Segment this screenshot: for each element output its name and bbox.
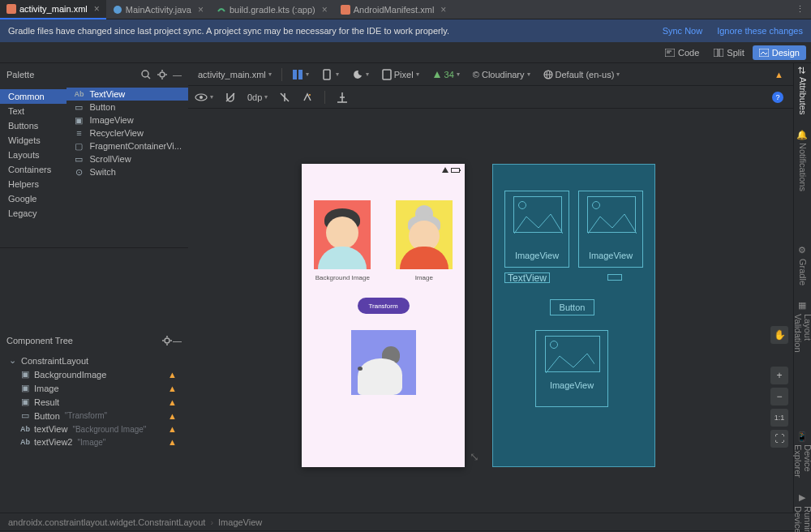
palette-cat-common[interactable]: Common (0, 89, 67, 104)
warning-icon[interactable]: ▲ (168, 397, 177, 407)
warning-icon[interactable]: ▲ (168, 370, 177, 380)
preview-result-image[interactable] (351, 330, 416, 395)
locale-selector[interactable]: Default (en-us)▾ (540, 68, 624, 81)
warning-icon[interactable]: ▲ (168, 384, 177, 393)
tree-item-image[interactable]: ▣Image▲ (0, 381, 188, 395)
preview-label-image[interactable]: Image (388, 274, 461, 281)
bp-textview[interactable]: TextView (504, 272, 550, 283)
palette-cat-buttons[interactable]: Buttons (0, 118, 67, 133)
bp-button[interactable]: Button (550, 299, 594, 315)
bp-imageview[interactable]: ImageView (504, 191, 569, 268)
file-selector[interactable]: activity_main.xml▾ (195, 68, 275, 81)
breadcrumb-item[interactable]: ImageView (218, 517, 262, 527)
breadcrumb-item[interactable]: androidx.constraintlayout.widget.Constra… (8, 517, 205, 527)
more-icon[interactable]: ⋮ (789, 4, 811, 15)
help-icon[interactable]: ? (772, 92, 783, 103)
tab-build-gradle[interactable]: build.gradle.kts (:app) × (210, 0, 334, 19)
tab-mainactivity[interactable]: MainActivity.java × (106, 0, 210, 19)
editor-tabs: activity_main.xml × MainActivity.java × … (0, 0, 811, 19)
ignore-changes-link[interactable]: Ignore these changes (717, 26, 803, 36)
zoom-in-button[interactable]: + (770, 367, 788, 384)
resize-handle-icon[interactable]: ⤡ (470, 450, 479, 463)
tree-root[interactable]: ⌄ConstraintLayout (0, 354, 188, 367)
theme-selector[interactable]: ©Cloudinary▾ (470, 68, 534, 81)
zoom-out-button[interactable]: − (770, 388, 788, 405)
device-preview[interactable]: Background Image Image Transform ⤡ (302, 164, 465, 467)
palette-cat-containers[interactable]: Containers (0, 162, 67, 177)
bp-textview[interactable] (607, 274, 622, 281)
palette-cat-helpers[interactable]: Helpers (0, 177, 67, 191)
palette-item-fragment[interactable]: ▢FragmentContainerVi... (67, 139, 188, 152)
palette-cat-widgets[interactable]: Widgets (0, 133, 67, 148)
minimize-icon[interactable]: — (173, 70, 182, 79)
default-margin[interactable]: 0dp▾ (247, 92, 268, 102)
palette-item-switch[interactable]: ⊙Switch (67, 165, 188, 178)
close-icon[interactable]: × (94, 3, 100, 15)
palette-cat-layouts[interactable]: Layouts (0, 148, 67, 162)
notifications-panel-tab[interactable]: 🔔Notifications (797, 129, 808, 191)
blueprint-view[interactable]: ImageView ImageView TextView Button Imag… (492, 164, 655, 467)
tab-manifest[interactable]: AndroidManifest.xml × (334, 0, 453, 19)
svg-point-11 (160, 72, 165, 77)
fragment-icon: ▢ (73, 141, 84, 151)
pan-icon[interactable]: ✋ (770, 326, 788, 344)
code-mode-button[interactable]: Code (659, 45, 706, 60)
guidelines-icon[interactable] (337, 92, 348, 103)
palette-item-scrollview[interactable]: ▭ScrollView (67, 152, 188, 165)
running-devices-tab[interactable]: ▶Running Devices (793, 492, 812, 532)
tree-item-result[interactable]: ▣Result▲ (0, 395, 188, 409)
palette-item-imageview[interactable]: ▣ImageView (67, 114, 188, 127)
palette-cat-text[interactable]: Text (0, 104, 67, 118)
preview-transform-button[interactable]: Transform (358, 298, 410, 314)
bp-imageview[interactable]: ImageView (535, 330, 608, 407)
svg-point-1 (114, 6, 122, 14)
close-icon[interactable]: × (322, 4, 328, 15)
warning-icon[interactable]: ▲ (771, 68, 787, 81)
device-explorer-tab[interactable]: 📱Device Explorer (793, 431, 812, 478)
palette-item-recyclerview[interactable]: ≡RecyclerView (67, 127, 188, 139)
close-icon[interactable]: × (440, 4, 446, 15)
warning-icon[interactable]: ▲ (168, 411, 177, 421)
clear-constraints-icon[interactable] (279, 92, 290, 103)
palette-cat-google[interactable]: Google (0, 191, 67, 206)
gear-icon[interactable] (157, 69, 168, 80)
gear-icon[interactable] (161, 335, 173, 346)
device-selector[interactable]: Pixel▾ (379, 67, 423, 82)
eye-icon[interactable]: ▾ (195, 92, 213, 102)
split-mode-button[interactable]: Split (707, 45, 750, 60)
attributes-panel-tab[interactable]: ⇄Attributes (797, 66, 808, 114)
search-icon[interactable] (140, 69, 152, 80)
design-mode-button[interactable]: Design (753, 45, 806, 60)
palette-item-button[interactable]: ▭Button (67, 101, 188, 114)
preview-background-image[interactable] (314, 200, 371, 269)
layout-validation-tab[interactable]: ▦Layout Validation (793, 300, 812, 353)
gradle-panel-tab[interactable]: ⚙Gradle (797, 245, 808, 285)
tree-item-backgroundimage[interactable]: ▣BackgroundImage▲ (0, 367, 188, 381)
tab-activity-main[interactable]: activity_main.xml × (0, 0, 106, 19)
close-icon[interactable]: × (198, 4, 204, 15)
infer-constraints-icon[interactable] (302, 92, 313, 103)
warning-icon[interactable]: ▲ (168, 424, 177, 434)
zoom-reset-button[interactable]: 1:1 (770, 409, 788, 427)
tree-item-textview2[interactable]: AbtextView2"Image"▲ (0, 435, 188, 448)
palette-cat-legacy[interactable]: Legacy (0, 206, 67, 221)
zoom-fit-button[interactable]: ⛶ (770, 430, 788, 448)
image-placeholder-icon (587, 196, 636, 233)
warning-icon[interactable]: ▲ (168, 437, 177, 447)
bp-imageview[interactable]: ImageView (578, 191, 643, 268)
svg-rect-22 (298, 70, 303, 79)
design-canvas[interactable]: Background Image Image Transform ⤡ Image… (188, 109, 793, 513)
api-selector[interactable]: 34▾ (429, 68, 463, 81)
sync-now-link[interactable]: Sync Now (663, 26, 703, 36)
design-surface-mode-icon[interactable]: ▾ (289, 67, 312, 82)
palette-item-textview[interactable]: AbTextView (67, 88, 188, 101)
preview-image[interactable] (396, 200, 453, 269)
preview-label-background[interactable]: Background Image (306, 274, 379, 281)
orientation-icon[interactable]: ▾ (319, 67, 342, 82)
minimize-icon[interactable]: — (173, 336, 182, 345)
tree-item-button[interactable]: ▭Button"Transform"▲ (0, 409, 188, 423)
svg-rect-23 (324, 70, 330, 79)
night-mode-icon[interactable]: ▾ (349, 67, 372, 82)
magnet-icon[interactable] (225, 92, 236, 103)
tree-item-textview[interactable]: AbtextView"Background Image"▲ (0, 423, 188, 435)
